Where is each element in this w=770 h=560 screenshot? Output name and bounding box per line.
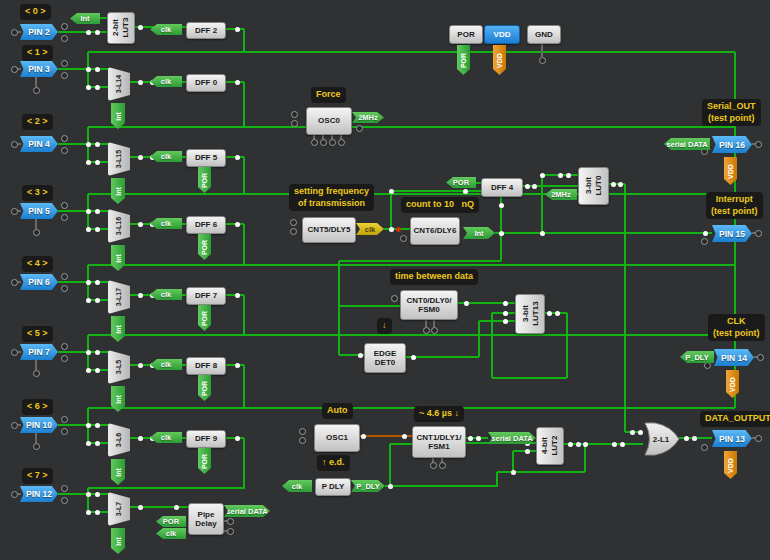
por-tag-dff4[interactable]: POR bbox=[446, 177, 476, 188]
port-circle[interactable] bbox=[291, 111, 298, 118]
mux-3l14[interactable]: 3-L14 bbox=[108, 67, 130, 101]
port-circle[interactable] bbox=[11, 208, 18, 215]
por-ribbon-3[interactable]: POR bbox=[198, 234, 211, 260]
clk-tag-row5[interactable]: clk bbox=[150, 359, 182, 370]
port-circle[interactable] bbox=[704, 362, 711, 369]
osc0-block[interactable]: OSC0 bbox=[306, 107, 352, 135]
osc0-2mhz-tag[interactable]: 2MHz bbox=[352, 112, 384, 123]
port-circle[interactable] bbox=[701, 238, 708, 245]
port-circle[interactable] bbox=[290, 219, 297, 226]
port-circle[interactable] bbox=[11, 349, 18, 356]
cnt1-fsm1-block[interactable]: CNT1/DLY1/FSM1 bbox=[412, 426, 466, 458]
port-circle[interactable] bbox=[61, 428, 68, 435]
int-ribbon-3[interactable]: Int bbox=[111, 245, 125, 271]
dff7-block[interactable]: DFF 7 bbox=[186, 287, 226, 305]
port-circle[interactable] bbox=[11, 141, 18, 148]
port-circle[interactable] bbox=[61, 485, 68, 492]
2mhz-tag-lut0[interactable]: 2MHz bbox=[545, 189, 577, 200]
dff2-block[interactable]: DFF 2 bbox=[186, 22, 226, 39]
port-circle[interactable] bbox=[61, 497, 68, 504]
port-circle[interactable] bbox=[755, 435, 762, 442]
port-circle[interactable] bbox=[755, 141, 762, 148]
int-ribbon-4[interactable]: Int bbox=[111, 316, 125, 342]
port-circle[interactable] bbox=[61, 35, 68, 42]
port-circle[interactable] bbox=[61, 147, 68, 154]
vdd-ribbon-pin13[interactable]: VDD bbox=[724, 451, 737, 479]
cnt6-dly6-block[interactable]: CNT6/DLY6 bbox=[410, 217, 460, 245]
port-circle[interactable] bbox=[299, 428, 306, 435]
port-circle[interactable] bbox=[61, 214, 68, 221]
lut3-block[interactable]: 2-bitLUT3 bbox=[107, 12, 135, 44]
serial-data-tag-pipe[interactable]: serial DATA bbox=[224, 505, 270, 517]
clk-tag-row1[interactable]: clk bbox=[150, 76, 182, 87]
port-circle[interactable] bbox=[539, 57, 546, 64]
port-circle[interactable] bbox=[61, 285, 68, 292]
mux-3l6[interactable]: 3-L6 bbox=[108, 423, 130, 457]
mux-3l15[interactable]: 3-L15 bbox=[108, 142, 130, 176]
clk-tag-row6[interactable]: clk bbox=[150, 432, 182, 443]
port-circle[interactable] bbox=[61, 72, 68, 79]
osc1-block[interactable]: OSC1 bbox=[314, 424, 360, 452]
port-circle[interactable] bbox=[320, 139, 327, 146]
mux-3l5[interactable]: 3-L5 bbox=[108, 350, 130, 384]
por-tag-pipe[interactable]: POR bbox=[156, 516, 186, 527]
mux-3l16[interactable]: 3-L16 bbox=[108, 209, 130, 243]
dff0-block[interactable]: DFF 0 bbox=[186, 74, 226, 92]
edge-det0-block[interactable]: EDGEDET0 bbox=[364, 343, 406, 373]
port-circle[interactable] bbox=[423, 327, 430, 334]
por-ribbon-2[interactable]: POR bbox=[198, 167, 211, 193]
port-circle[interactable] bbox=[430, 462, 437, 469]
pin-14[interactable]: PIN 14 bbox=[714, 349, 754, 366]
gnd-block[interactable]: GND bbox=[527, 25, 561, 44]
pin-10[interactable]: PIN 10 bbox=[20, 417, 58, 433]
clk-tag-row2[interactable]: clk bbox=[150, 151, 182, 162]
mux-3l17[interactable]: 3-L17 bbox=[108, 280, 130, 314]
port-circle[interactable] bbox=[431, 327, 438, 334]
port-circle[interactable] bbox=[11, 29, 18, 36]
clk-tag-row4[interactable]: clk bbox=[150, 289, 182, 300]
port-circle[interactable] bbox=[61, 23, 68, 30]
pin-7[interactable]: PIN 7 bbox=[20, 344, 58, 360]
por-block[interactable]: POR bbox=[449, 25, 483, 44]
pin-6[interactable]: PIN 6 bbox=[20, 274, 58, 290]
dff6-block[interactable]: DFF 6 bbox=[186, 216, 226, 234]
pin-4[interactable]: PIN 4 bbox=[20, 136, 58, 152]
int-ribbon-7[interactable]: Int bbox=[111, 528, 125, 554]
clk-tag-row3[interactable]: clk bbox=[150, 218, 182, 229]
por-ribbon-4[interactable]: POR bbox=[198, 305, 211, 331]
pin-2[interactable]: PIN 2 bbox=[20, 24, 58, 40]
clk-yellow-tag[interactable]: clk bbox=[356, 223, 384, 235]
port-circle[interactable] bbox=[227, 528, 234, 535]
port-circle[interactable] bbox=[33, 87, 40, 94]
cnt0-fsm0-block[interactable]: CNT0/DLY0/FSM0 bbox=[400, 290, 458, 320]
int-ribbon-6[interactable]: Int bbox=[111, 459, 125, 485]
vdd-ribbon-pin14[interactable]: VDD bbox=[726, 370, 739, 398]
pdly-out-tag[interactable]: P_DLY bbox=[351, 480, 385, 492]
port-circle[interactable] bbox=[61, 135, 68, 142]
pin-5[interactable]: PIN 5 bbox=[20, 203, 58, 219]
lut2-block[interactable]: 4-bitLUT2 bbox=[536, 427, 564, 465]
port-circle[interactable] bbox=[400, 235, 407, 242]
pin-3[interactable]: PIN 3 bbox=[20, 61, 58, 77]
or-gate-2l1[interactable]: 2-L1 bbox=[643, 422, 681, 456]
port-circle[interactable] bbox=[227, 518, 234, 525]
dff5-block[interactable]: DFF 5 bbox=[186, 149, 226, 167]
port-circle[interactable] bbox=[33, 370, 40, 377]
int-ribbon-2[interactable]: Int bbox=[111, 178, 125, 204]
lut0-block[interactable]: 3-bitLUT0 bbox=[578, 167, 609, 205]
mux-3l7[interactable]: 3-L7 bbox=[108, 492, 130, 526]
dff8-block[interactable]: DFF 8 bbox=[186, 357, 226, 375]
pin-16[interactable]: PIN 16 bbox=[712, 136, 752, 153]
vdd-rail-ribbon[interactable]: VDD bbox=[493, 45, 506, 75]
port-circle[interactable] bbox=[290, 228, 297, 235]
port-circle[interactable] bbox=[391, 295, 398, 302]
port-circle[interactable] bbox=[291, 120, 298, 127]
port-circle[interactable] bbox=[356, 125, 363, 132]
port-circle[interactable] bbox=[701, 444, 708, 451]
pin-13[interactable]: PIN 13 bbox=[712, 430, 752, 447]
port-circle[interactable] bbox=[755, 230, 762, 237]
pin-15[interactable]: PIN 15 bbox=[712, 225, 752, 242]
port-circle[interactable] bbox=[329, 139, 336, 146]
clk-tag-pipe[interactable]: clk bbox=[156, 528, 186, 539]
port-circle[interactable] bbox=[61, 202, 68, 209]
